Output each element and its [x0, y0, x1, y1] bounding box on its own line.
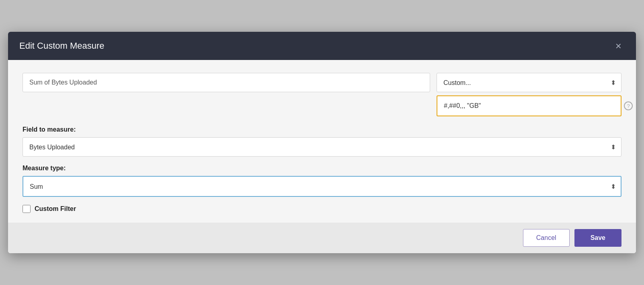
field-to-measure-label: Field to measure:: [23, 126, 621, 133]
format-dropdown-wrapper: Custom... Number Percentage Currency Dat…: [437, 73, 621, 92]
field-to-measure-dropdown-wrapper: Bytes Uploaded Bytes Downloaded Packets …: [23, 137, 621, 157]
close-button[interactable]: ×: [612, 39, 625, 53]
custom-filter-checkbox[interactable]: [23, 205, 31, 213]
custom-filter-row: Custom Filter: [23, 205, 621, 213]
measure-name-input[interactable]: [23, 73, 430, 92]
top-row: Custom... Number Percentage Currency Dat…: [23, 73, 621, 92]
format-help-icon[interactable]: ?: [624, 101, 633, 110]
dialog-header: Edit Custom Measure ×: [8, 32, 636, 60]
custom-filter-label: Custom Filter: [35, 205, 76, 213]
save-button[interactable]: Save: [574, 229, 621, 247]
dialog-body: Custom... Number Percentage Currency Dat…: [8, 60, 636, 223]
measure-type-dropdown[interactable]: Sum Average Count Min Max: [23, 176, 621, 197]
format-input-row: ?: [23, 95, 621, 116]
measure-type-dropdown-wrapper: Sum Average Count Min Max ⬍: [23, 176, 621, 197]
format-input-wrapper: ?: [437, 95, 621, 116]
cancel-button[interactable]: Cancel: [523, 229, 570, 247]
measure-type-label: Measure type:: [23, 165, 621, 172]
field-to-measure-dropdown[interactable]: Bytes Uploaded Bytes Downloaded Packets …: [23, 137, 621, 157]
dialog-footer: Cancel Save: [8, 223, 636, 253]
dialog-title: Edit Custom Measure: [19, 41, 105, 51]
edit-custom-measure-dialog: Edit Custom Measure × Custom... Number P…: [8, 32, 636, 253]
format-dropdown[interactable]: Custom... Number Percentage Currency Dat…: [437, 73, 621, 92]
format-string-input[interactable]: [437, 95, 621, 116]
